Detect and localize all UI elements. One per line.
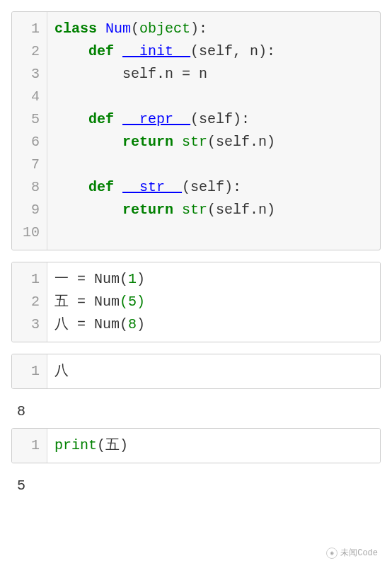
code-content[interactable]: 一 = Num(1)五 = Num(5)八 = Num(8) [47,262,380,342]
code-line: def __init__(self, n): [54,40,373,63]
line-number-gutter: 12345678910 [12,12,47,250]
code-line: 八 = Num(8) [54,313,373,336]
code-line [54,86,373,108]
token: str [182,134,207,150]
token: 五 = Num [54,294,120,310]
code-line: 八 [54,360,373,383]
code-line: print(五) [54,434,373,457]
token: (self): [182,179,241,195]
token: return [122,202,182,218]
token: print [54,437,97,453]
token: 八 [54,363,69,379]
token: ) [137,271,145,287]
token: (self): [190,111,250,127]
line-number: 7 [18,154,40,176]
code-cell[interactable]: 12345678910class Num(object): def __init… [11,11,381,250]
line-number: 3 [18,313,40,336]
line-number-gutter: 123 [12,262,47,342]
token: 八 = Num( [54,316,128,332]
code-line [54,221,373,244]
token: ): [190,21,207,37]
token [54,134,122,150]
output-text: 8 [11,400,381,428]
token: def [88,43,122,59]
line-number: 1 [18,268,40,291]
token: (self.n) [207,134,275,150]
line-number: 8 [18,176,40,199]
token [54,111,88,127]
code-line: 五 = Num(5) [54,291,373,313]
code-line: class Num(object): [54,18,373,40]
token [54,202,122,218]
code-content[interactable]: 八 [47,354,380,388]
token: (五) [97,437,128,453]
token: (5) [120,294,145,310]
code-line: def __repr__(self): [54,108,373,131]
line-number: 1 [18,434,40,457]
line-number: 4 [18,86,40,108]
token [54,43,88,59]
line-number: 9 [18,199,40,221]
code-line: def __str__(self): [54,176,373,199]
code-line [54,154,373,176]
token [54,179,88,195]
token: __repr__ [122,111,190,127]
code-line: self.n = n [54,63,373,86]
token: def [88,111,122,127]
output-text: 5 [11,475,381,502]
token: class [54,21,105,37]
token: __init__ [122,43,190,59]
code-content[interactable]: print(五) [47,429,380,463]
code-line: 一 = Num(1) [54,268,373,291]
token: str [182,202,207,218]
token: return [122,134,182,150]
line-number-gutter: 1 [12,429,47,463]
token: object [139,21,190,37]
line-number: 5 [18,108,40,131]
token: __str__ [122,179,182,195]
code-content[interactable]: class Num(object): def __init__(self, n)… [47,12,380,250]
line-number-gutter: 1 [12,354,47,388]
token: ) [137,316,145,332]
line-number: 3 [18,63,40,86]
token: 8 [128,316,137,332]
code-line: return str(self.n) [54,199,373,221]
code-line: return str(self.n) [54,131,373,154]
line-number: 1 [18,18,40,40]
line-number: 10 [18,221,40,244]
line-number: 2 [18,291,40,313]
code-cell[interactable]: 1八 [11,354,381,389]
code-cell[interactable]: 123一 = Num(1)五 = Num(5)八 = Num(8) [11,262,381,342]
token: Num [105,21,131,37]
token: ( [131,21,139,37]
line-number: 6 [18,131,40,154]
token: 1 [128,271,137,287]
token: self.n = n [54,66,207,82]
token: (self, n): [190,43,275,59]
code-cell[interactable]: 1print(五) [11,428,381,463]
token: (self.n) [207,202,275,218]
line-number: 2 [18,40,40,63]
token: 一 = Num( [54,271,128,287]
token: def [88,179,122,195]
line-number: 1 [18,360,40,383]
